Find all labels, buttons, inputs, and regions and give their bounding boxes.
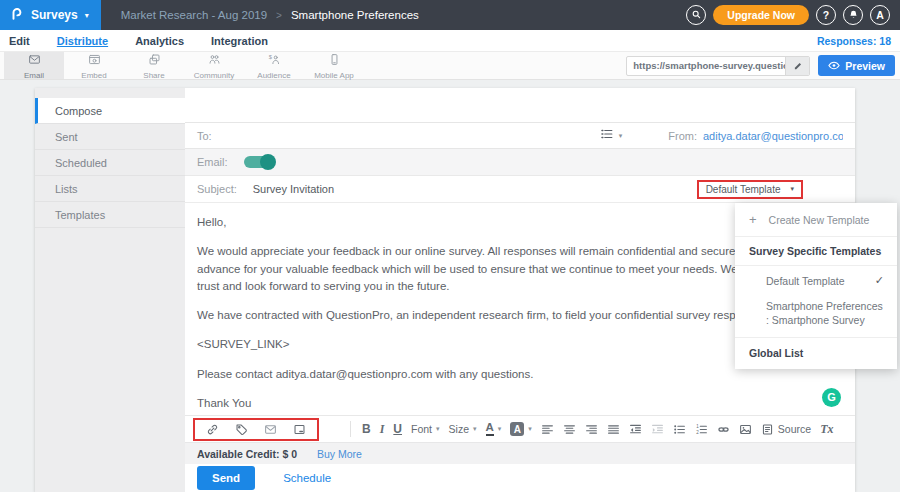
sidebar-item-sent[interactable]: Sent [35,124,185,150]
sidebar-item-templates[interactable]: Templates [35,202,185,228]
template-selector[interactable]: Default Template ▾ [697,180,803,199]
community-icon [208,52,221,70]
notifications-button[interactable] [843,5,863,25]
search-button[interactable] [686,5,706,25]
sidebar-item-lists[interactable]: Lists [35,176,185,202]
align-left-button[interactable] [541,423,554,436]
nav-item-distribute[interactable]: Distribute [57,35,108,47]
select-list-button[interactable]: ▾ [600,127,623,145]
top-header: Surveys ▾ Market Research - Aug 2019 > S… [0,0,900,30]
bell-icon [848,9,859,22]
link-icon [206,423,219,436]
tag-icon [235,423,248,436]
survey-url-value: https://smartphone-survey.questionpro [627,57,785,75]
menu-item-smartphone-preferences[interactable]: Smartphone Preferences : Smartphone Surv… [735,296,897,337]
merge-tag-button[interactable] [235,423,248,436]
channel-community[interactable]: Community [184,52,244,79]
insert-email-template-button[interactable] [264,423,277,436]
nav-item-integration[interactable]: Integration [211,35,268,47]
mobile-app-icon [328,52,341,70]
sidebar-item-scheduled[interactable]: Scheduled [35,150,185,176]
pencil-icon [793,57,803,75]
send-button[interactable]: Send [197,466,255,490]
chevron-down-icon: ▾ [498,425,502,433]
embed-icon [88,52,101,70]
chevron-down-icon: ▾ [790,185,794,193]
font-select[interactable]: Font ▾ [411,423,440,435]
channel-mobile-app[interactable]: Mobile App [304,52,364,79]
to-label: To: [197,130,212,142]
credit-row: Available Credit: $ 0 Buy More [185,442,855,464]
edit-url-button[interactable] [785,57,809,75]
chevron-down-icon: ▾ [436,425,440,433]
text-color-icon: A [486,422,494,437]
image-icon [739,423,752,436]
bulleted-list-button[interactable] [673,423,686,436]
insert-image-button[interactable] [739,423,752,436]
sidebar-item-compose[interactable]: Compose [35,98,185,124]
nav-item-edit[interactable]: Edit [9,35,30,47]
breadcrumb: Market Research - Aug 2019 > Smartphone … [121,9,419,21]
underline-button[interactable]: U [393,422,402,436]
preview-button[interactable]: Preview [818,55,895,76]
remove-format-button[interactable]: Tx [820,422,833,437]
annotation-red-box-toolbar [193,418,319,441]
background-color-button[interactable]: A ▾ [510,422,532,436]
help-button[interactable]: ? [816,5,836,25]
list-icon [600,127,614,145]
search-icon [691,9,702,22]
align-left-icon [541,423,554,436]
breadcrumb-separator: > [276,10,282,21]
text-color-button[interactable]: A ▾ [486,422,502,437]
increase-indent-button[interactable] [651,423,664,436]
bulleted-list-icon [673,423,686,436]
channel-email[interactable]: Email [4,52,64,79]
subject-value[interactable]: Survey Invitation [253,183,334,195]
from-email-link[interactable]: aditya.datar@questionpro.co... [703,130,843,142]
svg-text:1: 1 [696,423,699,428]
avatar[interactable]: A [870,5,890,25]
align-right-button[interactable] [585,423,598,436]
email-toggle-label: Email: [197,156,228,168]
email-toggle-row: Email: [185,149,855,176]
size-select[interactable]: Size ▾ [449,423,477,435]
menu-section-global-list: Global List [735,337,897,369]
justify-button[interactable] [607,423,620,436]
distribute-channel-bar: Email Embed Share Community $ Audience M… [0,51,900,80]
email-toggle[interactable] [244,156,274,168]
align-center-button[interactable] [563,423,576,436]
channel-audience[interactable]: $ Audience [244,52,304,79]
buy-more-link[interactable]: Buy More [317,448,362,460]
surveys-app-menu[interactable]: Surveys ▾ [0,0,101,30]
breadcrumb-folder[interactable]: Market Research - Aug 2019 [121,9,267,21]
menu-section-survey-specific: Survey Specific Templates [735,237,897,266]
available-credit-label: Available Credit: $ 0 [197,448,297,460]
questionpro-logo-icon [9,6,24,25]
numbered-list-button[interactable]: 12 [695,423,708,436]
menu-item-create-new-template[interactable]: + Create New Template [735,203,897,237]
upgrade-now-button[interactable]: Upgrade Now [713,5,809,25]
chevron-down-icon: ▾ [528,425,532,433]
compose-footer: Send Schedule [185,464,855,492]
bold-button[interactable]: B [362,422,371,436]
insert-link-button[interactable] [206,423,219,436]
channel-share[interactable]: Share [124,52,184,79]
decrease-indent-button[interactable] [629,423,642,436]
responses-count[interactable]: Responses: 18 [817,35,891,47]
template-dropdown-menu: + Create New Template Survey Specific Te… [735,203,897,369]
body-paragraph: Thank You [197,395,843,412]
chevron-down-icon: ▾ [619,132,623,140]
schedule-link[interactable]: Schedule [283,472,331,484]
italic-button[interactable]: I [380,422,385,437]
insert-button-element-button[interactable] [293,423,306,436]
editor-toolbar: B I U Font ▾ Size ▾ A ▾ A ▾ [185,415,855,442]
indent-icon [651,423,664,436]
hyperlink-button[interactable] [717,423,730,436]
grammarly-button[interactable]: G [822,388,841,407]
menu-item-default-template[interactable]: Default Template ✓ [735,266,897,296]
subject-label: Subject: [197,183,237,195]
survey-url-field[interactable]: https://smartphone-survey.questionpro [626,56,810,76]
nav-item-analytics[interactable]: Analytics [135,35,184,47]
channel-embed[interactable]: Embed [64,52,124,79]
source-button[interactable]: Source [761,423,811,436]
